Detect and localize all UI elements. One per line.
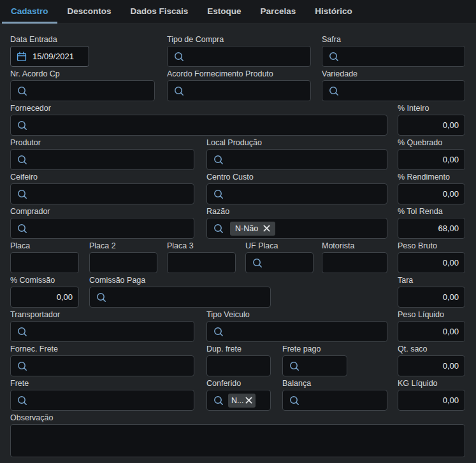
centro-custo-label: Centro Custo (206, 173, 387, 182)
dup-frete-input[interactable] (206, 355, 271, 376)
pct-rendimento-input[interactable]: 0,00 (398, 183, 465, 204)
search-icon[interactable] (17, 85, 28, 97)
search-icon[interactable] (213, 154, 224, 166)
peso-bruto-value: 0,00 (443, 258, 459, 267)
search-icon[interactable] (17, 189, 28, 200)
field-uf-placa: UF Placa (245, 241, 314, 273)
search-icon[interactable] (213, 326, 224, 338)
tab-estoque[interactable]: Estoque (198, 0, 250, 24)
search-icon[interactable] (173, 51, 185, 62)
tab-parcelas[interactable]: Parcelas (252, 0, 305, 24)
search-icon[interactable] (17, 223, 28, 234)
pct-tol-renda-input[interactable]: 68,00 (398, 218, 465, 239)
pct-inteiro-label: % Inteiro (398, 104, 465, 113)
data-entrada-input[interactable]: 15/09/2021 (10, 46, 89, 67)
balanca-input[interactable] (282, 390, 387, 411)
fornecedor-input[interactable] (10, 115, 387, 136)
uf-placa-input[interactable] (245, 252, 314, 273)
transportador-label: Transportador (10, 310, 194, 319)
transportador-input[interactable] (10, 321, 194, 342)
tipo-compra-input[interactable] (167, 46, 311, 67)
pct-quebrado-label: % Quebrado (398, 138, 465, 147)
observacao-textarea[interactable] (10, 424, 465, 457)
razao-input[interactable]: N-Não (206, 218, 387, 239)
tab-descontos[interactable]: Descontos (59, 0, 120, 24)
safra-input[interactable] (322, 46, 465, 67)
field-fornecedor: Fornecedor (10, 104, 387, 136)
pct-comissao-input[interactable]: 0,00 (10, 287, 79, 308)
kg-liquido-label: KG Líquido (398, 379, 465, 388)
search-icon[interactable] (289, 360, 300, 372)
tipo-veiculo-input[interactable] (206, 321, 387, 342)
conferido-input[interactable]: N... (206, 390, 271, 411)
search-icon[interactable] (328, 51, 340, 62)
placa-2-label: Placa 2 (89, 241, 157, 250)
pct-rendimento-value: 0,00 (443, 189, 459, 199)
local-producao-input[interactable] (206, 149, 387, 170)
peso-bruto-label: Peso Bruto (398, 241, 465, 250)
kg-liquido-input[interactable]: 0,00 (398, 390, 465, 411)
placa-input[interactable] (10, 252, 79, 273)
acordo-fornecimento-produto-input[interactable] (167, 80, 311, 101)
search-icon[interactable] (17, 360, 28, 372)
uf-placa-label: UF Placa (245, 241, 314, 250)
centro-custo-input[interactable] (206, 183, 387, 204)
search-icon[interactable] (17, 154, 28, 166)
nr-acordo-cp-label: Nr. Acordo Cp (10, 69, 155, 78)
search-icon[interactable] (289, 395, 300, 406)
variedade-input[interactable] (322, 80, 465, 101)
cadastro-form: Data Entrada 15/09/2021 Tipo de Compra S… (0, 24, 476, 463)
search-icon[interactable] (17, 326, 28, 338)
tab-historico[interactable]: Histórico (306, 0, 361, 24)
field-data-entrada: Data Entrada 15/09/2021 (10, 35, 89, 67)
field-pct-tol-renda: % Tol Renda 68,00 (398, 207, 465, 239)
placa-3-input[interactable] (167, 252, 236, 273)
comprador-input[interactable] (10, 218, 194, 239)
close-icon[interactable] (263, 225, 270, 232)
field-pct-comissao: % Comissão 0,00 (10, 276, 79, 308)
ceifeiro-input[interactable] (10, 183, 194, 204)
conferido-label: Conferido (206, 379, 271, 388)
search-icon[interactable] (213, 189, 224, 200)
field-local-producao: Local Produção (206, 138, 387, 170)
peso-bruto-input[interactable]: 0,00 (398, 252, 465, 273)
tara-input[interactable]: 0,00 (398, 287, 465, 308)
search-icon[interactable] (213, 223, 224, 234)
field-ceifeiro: Ceifeiro (10, 173, 194, 204)
search-icon[interactable] (213, 395, 224, 406)
field-placa: Placa (10, 241, 79, 273)
search-icon[interactable] (252, 257, 263, 269)
produtor-input[interactable] (10, 149, 194, 170)
qt-saco-value: 0,00 (443, 361, 459, 371)
frete-input[interactable] (10, 390, 194, 411)
nr-acordo-cp-input[interactable] (10, 80, 155, 101)
field-peso-bruto: Peso Bruto 0,00 (398, 241, 465, 273)
fornec-frete-input[interactable] (10, 355, 194, 376)
close-icon[interactable] (245, 397, 252, 404)
tab-dados-fiscais[interactable]: Dados Fiscais (122, 0, 198, 24)
motorista-input[interactable] (322, 252, 387, 273)
search-icon[interactable] (17, 395, 28, 406)
conferido-tag-label: N... (231, 396, 243, 405)
field-nr-acordo-cp: Nr. Acordo Cp (10, 69, 155, 101)
motorista-label: Motorista (322, 241, 387, 250)
tab-cadastro[interactable]: Cadastro (2, 0, 57, 24)
field-comprador: Comprador (10, 207, 194, 239)
razao-tag-label: N-Não (235, 224, 258, 233)
pct-quebrado-value: 0,00 (443, 155, 459, 164)
qt-saco-input[interactable]: 0,00 (398, 355, 465, 376)
comissao-paga-label: Comissão Paga (89, 276, 271, 285)
calendar-icon[interactable] (17, 52, 27, 62)
peso-liquido-input[interactable]: 0,00 (398, 321, 465, 342)
search-icon[interactable] (17, 120, 28, 131)
comissao-paga-input[interactable] (89, 287, 271, 308)
balanca-label: Balança (282, 379, 387, 388)
placa-2-input[interactable] (89, 252, 157, 273)
field-frete-pago: Frete pago (282, 345, 347, 376)
search-icon[interactable] (328, 85, 340, 97)
pct-inteiro-input[interactable]: 0,00 (398, 115, 465, 136)
search-icon[interactable] (96, 292, 107, 303)
pct-quebrado-input[interactable]: 0,00 (398, 149, 465, 170)
frete-pago-input[interactable] (282, 355, 347, 376)
search-icon[interactable] (173, 85, 185, 97)
